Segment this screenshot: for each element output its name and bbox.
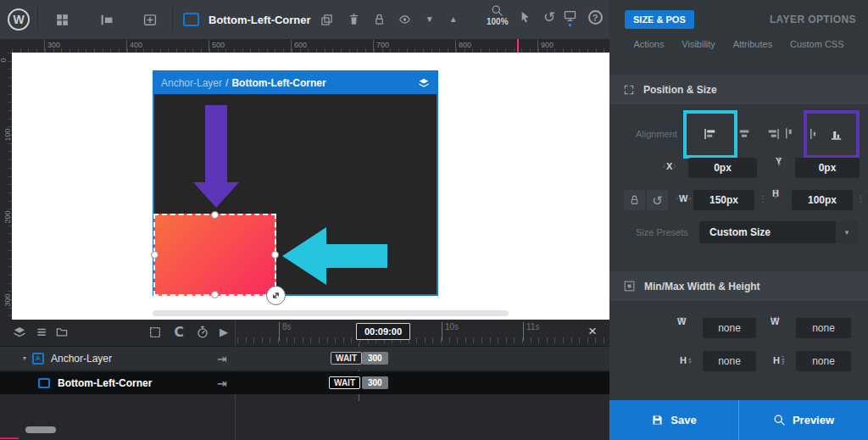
timeline-groups-button[interactable] [53,326,71,338]
min-width-input[interactable]: none [703,318,756,338]
timeline-scrollbar[interactable] [25,426,56,433]
duplicate-layer-button[interactable] [313,14,342,26]
canvas-horizontal-scrollbar[interactable] [153,310,509,316]
max-width-input[interactable]: none [796,318,851,338]
tab-visibility[interactable]: Visibility [682,39,715,53]
lock-layer-button[interactable] [367,13,392,26]
cyan-highlight-box [683,110,737,159]
position-size-section-header[interactable]: Position & Size [609,75,868,104]
ruler-label: 500 [209,40,225,52]
device-preview-button[interactable]: ▾ [562,9,578,27]
height-options-dots[interactable]: ⋮ [857,194,865,203]
section-title: Min/Max Width & Height [644,281,760,292]
width-options-dots[interactable]: ⋮ [759,194,767,203]
close-timeline-button[interactable]: × [583,323,602,340]
resize-handle-right[interactable] [271,251,279,259]
playhead-timecode[interactable]: 00:09:00 [356,323,410,340]
toggle-visibility-button[interactable] [392,14,418,25]
timeline-row-name[interactable]: Anchor-Layer [51,353,112,365]
help-button[interactable]: ? [586,10,604,25]
timeline-progress-nub [0,437,19,439]
min-height-input[interactable]: none [703,351,756,371]
timeline-row-anchor-layer[interactable]: ▾ A Anchor-Layer ⇥ WAIT 300 [0,347,609,370]
resize-handle-top[interactable] [211,211,219,219]
width-label: ‹ W › [675,193,692,203]
select-tool-button[interactable] [514,10,536,25]
align-top-button[interactable] [780,123,802,145]
height-input[interactable]: 100px [792,190,853,210]
move-layer-up-button[interactable]: ▲ [442,15,465,24]
reset-icon: ↺ [652,194,663,207]
breadcrumb-separator: / [225,77,228,89]
keyframes-button[interactable] [146,326,164,339]
save-button[interactable]: Save [609,400,738,440]
tab-actions[interactable]: Actions [633,39,664,53]
tab-custom-css[interactable]: Custom CSS [790,39,844,53]
timeline-layers-button[interactable] [10,326,29,339]
ruler-guide-marker[interactable] [517,39,519,53]
max-height-input[interactable]: none [796,351,851,371]
horizontal-ruler: 300 400 500 600 700 800 900 [0,39,609,53]
lock-icon [373,13,386,26]
preview-button[interactable]: Preview [738,400,868,440]
wait-value[interactable]: 300 [362,352,388,365]
wordpress-menu-button[interactable]: W [0,8,37,31]
lock-aspect-button[interactable] [624,190,645,210]
zoom-magnifier-icon [491,4,504,17]
delete-layer-button[interactable] [342,13,367,26]
chevron-right-icon: › [673,162,676,170]
reset-size-button[interactable]: ↺ [647,190,668,210]
timeline-menu-button[interactable]: ≡ [32,324,51,340]
wait-value[interactable]: 300 [362,376,388,389]
timeline-row-bottom-left-corner[interactable]: Bottom-Left-Corner ⇥ WAIT 300 [0,371,609,394]
resize-handle-left[interactable] [151,251,159,259]
breadcrumb-parent[interactable]: Anchor-Layer [161,77,222,89]
x-position-input[interactable]: 0px [688,158,757,178]
play-icon: ▶ [220,326,228,337]
align-right-icon [765,126,782,142]
editor-canvas[interactable]: Anchor-Layer / Bottom-Left-Corner [12,53,609,320]
cyan-left-arrow-shaft [326,244,387,268]
add-layer-button[interactable] [128,13,172,27]
duration-button[interactable] [193,325,212,339]
slide-stage[interactable]: Anchor-Layer / Bottom-Left-Corner [153,70,438,296]
loop-arrow-icon[interactable]: ⇥ [217,377,227,389]
ruler-label: 400 [126,40,142,52]
caret-down-icon: ▾ [777,163,780,166]
snap-button[interactable]: C [170,324,188,340]
ruler-label: 600 [291,40,307,52]
align-top-icon [783,126,798,142]
resize-handle-corner[interactable] [266,286,286,305]
timeline-row-name[interactable]: Bottom-Left-Corner [58,377,152,389]
wait-badge[interactable]: WAIT [331,352,362,365]
timeline-time-label: 10s [442,322,459,341]
layers-stack-icon[interactable] [418,77,430,89]
tab-attributes[interactable]: Attributes [733,39,772,53]
undo-button[interactable]: ↺ [539,10,559,25]
width-input[interactable]: 150px [693,190,754,210]
minmax-section-header[interactable]: Min/Max Width & Height [609,271,868,301]
magnet-icon: C [174,324,184,340]
slides-button[interactable] [86,13,128,27]
resize-handle-bottom[interactable] [211,291,219,298]
close-icon: × [588,323,597,340]
y-position-input[interactable]: 0px [795,158,860,178]
module-overview-button[interactable] [38,13,86,27]
vertical-ruler: 0 100 200 300 [0,53,12,320]
selected-layer-bottom-left-corner[interactable] [153,214,276,296]
wait-badge[interactable]: WAIT [329,376,360,389]
device-caret-icon: ▾ [569,23,572,27]
collapse-group-button[interactable]: ▾ [17,355,32,362]
loop-arrow-icon[interactable]: ⇥ [217,353,227,365]
timeline-toolbar: ≡ C ▶ 8s 10s 11s 00:09:00 × [0,320,609,347]
ruler-label: 700 [373,40,389,52]
size-presets-value: Custom Size [699,226,836,238]
timeline-ruler-ticks[interactable] [237,337,608,343]
panel-tabs: Actions Visibility Attributes Custom CSS [609,39,868,53]
zoom-control[interactable]: 100% [487,4,509,26]
layer-breadcrumb-bar[interactable]: Anchor-Layer / Bottom-Left-Corner [154,72,437,94]
size-pos-tab-button[interactable]: SIZE & POS [625,10,694,29]
play-button[interactable]: ▶ [215,326,232,337]
size-presets-dropdown[interactable]: Custom Size ▾ [699,221,858,243]
move-layer-down-button[interactable]: ▼ [418,15,442,24]
